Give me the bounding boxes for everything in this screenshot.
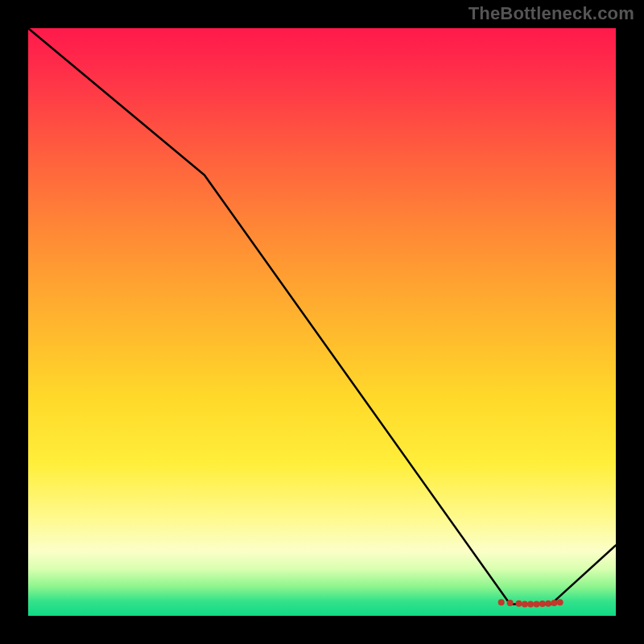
marker-dot <box>507 600 514 606</box>
marker-dot <box>516 601 522 607</box>
marker-dot <box>498 599 505 605</box>
marker-dot <box>522 601 528 607</box>
marker-dot <box>557 599 564 605</box>
marker-dot <box>534 601 540 607</box>
marker-dot <box>545 601 551 607</box>
marker-dot <box>551 600 557 606</box>
plot-area <box>28 28 616 616</box>
curve-line <box>28 28 616 604</box>
watermark-text: TheBottleneck.com <box>469 3 634 24</box>
marker-dot <box>539 601 546 607</box>
chart-frame: TheBottleneck.com <box>0 0 644 644</box>
marker-dot <box>527 601 534 607</box>
chart-svg <box>28 28 616 616</box>
